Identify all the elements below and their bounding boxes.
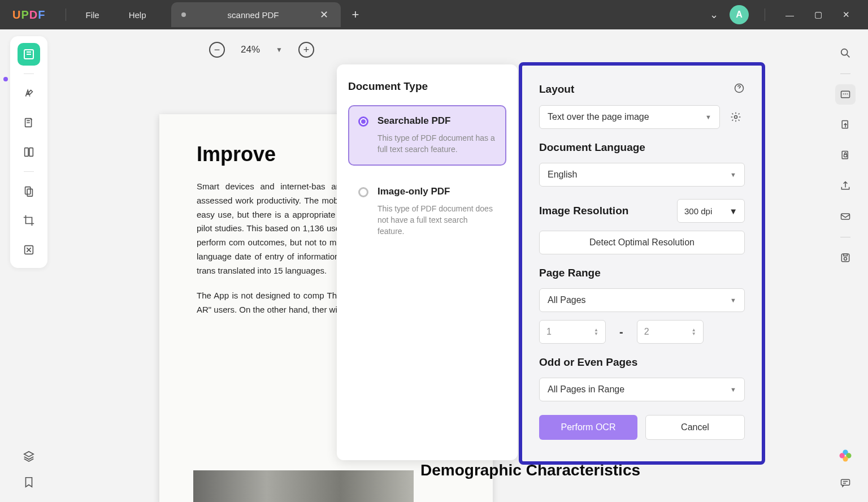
- layout-settings-button[interactable]: [727, 108, 745, 126]
- svg-rect-8: [841, 91, 850, 98]
- help-icon[interactable]: [734, 83, 745, 96]
- detect-resolution-button[interactable]: Detect Optimal Resolution: [539, 231, 745, 254]
- option-searchable-pdf[interactable]: Searchable PDF This type of PDF document…: [348, 105, 506, 166]
- panel-title: Document Type: [348, 80, 506, 93]
- option-desc: This type of PDF document has a full tex…: [377, 132, 496, 155]
- radio-icon: [358, 116, 368, 127]
- option-title: Image-only PDF: [377, 186, 496, 197]
- option-title: Searchable PDF: [377, 115, 496, 127]
- svg-rect-20: [841, 479, 850, 485]
- right-sidebar: [833, 36, 858, 268]
- chevron-down-icon: ▼: [729, 206, 737, 216]
- save-button[interactable]: [835, 248, 856, 268]
- brand-flower-icon[interactable]: [837, 448, 853, 466]
- minimize-icon[interactable]: —: [781, 8, 798, 22]
- zoom-in-button[interactable]: +: [298, 42, 314, 58]
- menu-file[interactable]: File: [71, 10, 114, 20]
- ocr-button[interactable]: [835, 84, 856, 105]
- perform-ocr-button[interactable]: Perform OCR: [539, 415, 637, 440]
- layout-label: Layout: [539, 83, 574, 96]
- bookmark-icon[interactable]: [23, 476, 35, 491]
- lang-label: Document Language: [539, 141, 745, 154]
- divider: [24, 73, 34, 74]
- zoom-value: 24%: [241, 44, 260, 55]
- select-value: English: [548, 170, 577, 180]
- svg-rect-15: [844, 254, 848, 256]
- organize-pages-button[interactable]: [18, 180, 40, 202]
- stepper-icon[interactable]: ▲▼: [594, 328, 598, 336]
- option-image-only-pdf[interactable]: Image-only PDF This type of PDF document…: [348, 176, 506, 248]
- redact-tool-button[interactable]: [18, 239, 40, 261]
- svg-rect-2: [25, 148, 28, 157]
- page-to-input[interactable]: 2 ▲▼: [637, 320, 704, 344]
- tab-scanned-pdf[interactable]: scanned PDF ✕: [171, 2, 341, 27]
- odd-even-label: Odd or Even Pages: [539, 356, 745, 369]
- svg-rect-5: [27, 189, 32, 196]
- svg-point-14: [844, 257, 847, 260]
- protect-button[interactable]: [835, 145, 856, 166]
- zoom-out-button[interactable]: −: [209, 42, 225, 58]
- select-value: All Pages: [548, 295, 586, 305]
- select-value: 300 dpi: [684, 206, 712, 216]
- zoom-dropdown-icon[interactable]: ▼: [276, 46, 283, 54]
- new-tab-button[interactable]: +: [341, 7, 371, 22]
- main-area: − 24% ▼ +: [0, 29, 868, 502]
- tab-close-icon[interactable]: ✕: [318, 8, 331, 21]
- cancel-button[interactable]: Cancel: [645, 415, 745, 440]
- divider: [840, 237, 850, 237]
- svg-rect-4: [25, 187, 31, 194]
- chevron-down-icon: ▼: [730, 297, 736, 304]
- input-value: 2: [644, 327, 649, 337]
- reader-mode-button[interactable]: [18, 43, 40, 66]
- annotate-tool-button[interactable]: [18, 111, 40, 134]
- app-logo: UPDF: [0, 8, 61, 21]
- ocr-document-type-panel: Document Type Searchable PDF This type o…: [337, 64, 518, 460]
- divider: [840, 73, 850, 74]
- left-sidebar: [10, 36, 47, 268]
- maximize-icon[interactable]: ▢: [810, 7, 827, 22]
- svg-point-22: [735, 116, 737, 119]
- chevron-down-icon: ▼: [730, 386, 736, 393]
- page-range-select[interactable]: All Pages ▼: [539, 288, 745, 312]
- radio-icon: [358, 187, 368, 197]
- crop-tool-button[interactable]: [18, 209, 40, 232]
- resolution-select[interactable]: 300 dpi ▼: [677, 199, 745, 223]
- zoom-toolbar: − 24% ▼ +: [209, 42, 314, 58]
- input-value: 1: [546, 327, 552, 337]
- chevron-down-icon: ▼: [730, 171, 736, 178]
- svg-rect-3: [29, 148, 33, 157]
- svg-point-19: [840, 453, 845, 458]
- odd-even-select[interactable]: All Pages in Range ▼: [539, 378, 745, 401]
- close-icon[interactable]: ✕: [838, 7, 854, 22]
- convert-button[interactable]: [835, 115, 856, 135]
- layout-select[interactable]: Text over the page image ▼: [539, 105, 720, 129]
- chevron-down-icon: ▼: [705, 114, 711, 120]
- search-button[interactable]: [835, 43, 856, 63]
- menu-help[interactable]: Help: [114, 10, 161, 20]
- page-from-input[interactable]: 1 ▲▼: [539, 320, 606, 344]
- range-separator: -: [619, 326, 623, 339]
- share-button[interactable]: [835, 176, 856, 196]
- select-value: All Pages in Range: [548, 384, 624, 395]
- tab-dot-icon: [181, 12, 186, 17]
- divider: [24, 171, 34, 172]
- select-value: Text over the page image: [548, 112, 649, 122]
- email-button[interactable]: [835, 206, 856, 227]
- stepper-icon[interactable]: ▲▼: [692, 328, 696, 336]
- highlight-tool-button[interactable]: [18, 82, 40, 105]
- svg-point-7: [841, 49, 848, 55]
- page-view-button[interactable]: [18, 141, 40, 163]
- page-range-label: Page Range: [539, 267, 745, 279]
- layers-icon[interactable]: [23, 450, 35, 465]
- doc-image-strip: [193, 470, 414, 502]
- tab-title: scanned PDF: [189, 10, 318, 20]
- language-select[interactable]: English ▼: [539, 163, 745, 187]
- indicator-dot: [3, 77, 8, 81]
- right-sidebar-bottom: [833, 448, 858, 491]
- user-avatar[interactable]: A: [730, 5, 749, 24]
- svg-rect-11: [844, 154, 847, 157]
- comment-button[interactable]: [840, 477, 851, 491]
- divider: [66, 8, 66, 21]
- tabs-dropdown-icon[interactable]: ⌄: [710, 8, 718, 21]
- left-sidebar-bottom: [10, 450, 47, 491]
